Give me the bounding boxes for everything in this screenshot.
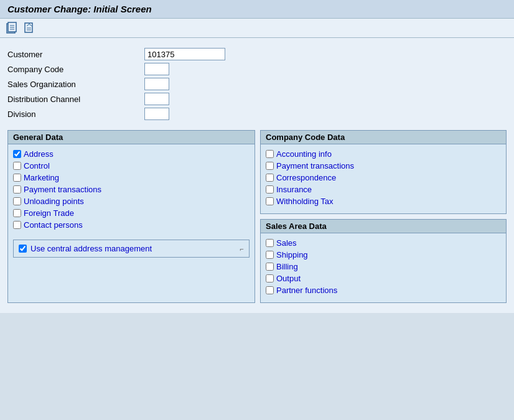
general-data-body: Address Control Marketing Payment transa…: [8, 144, 255, 263]
checkbox-unloading-points-label[interactable]: Unloading points: [24, 197, 84, 206]
company-code-data-section: Company Code Data Accounting info Paymen…: [260, 130, 507, 214]
checkbox-output-label[interactable]: Output: [276, 274, 301, 283]
checkbox-address-input[interactable]: [13, 150, 21, 158]
dist-channel-label: Distribution Channel: [7, 95, 144, 104]
checkbox-payment-transactions-gen: Payment transactions: [13, 185, 250, 194]
sales-area-data-section: Sales Area Data Sales Shipping Billing: [260, 219, 507, 303]
checkbox-address-label[interactable]: Address: [24, 149, 54, 159]
sales-org-input[interactable]: [144, 78, 169, 90]
checkbox-payment-transactions-cc-label[interactable]: Payment transactions: [276, 161, 354, 170]
checkbox-shipping-input[interactable]: [266, 251, 274, 259]
checkbox-foreign-trade-label[interactable]: Foreign Trade: [24, 208, 74, 218]
company-code-label: Company Code: [7, 65, 144, 74]
customer-label: Customer: [7, 50, 144, 59]
checkbox-output-input[interactable]: [266, 274, 274, 282]
use-central-label[interactable]: Use central address management: [30, 244, 152, 253]
use-central-checkbox[interactable]: [19, 245, 27, 253]
checkbox-correspondence-input[interactable]: [266, 174, 274, 182]
checkbox-billing-label[interactable]: Billing: [276, 262, 298, 271]
checkbox-marketing-label[interactable]: Marketing: [24, 173, 59, 182]
dist-channel-row: Distribution Channel: [7, 93, 507, 105]
checkbox-insurance-label[interactable]: Insurance: [276, 185, 312, 194]
checkbox-control-input[interactable]: [13, 162, 21, 170]
checkbox-correspondence: Correspondence: [266, 173, 501, 182]
division-row: Division: [7, 108, 507, 120]
checkbox-marketing: Marketing: [13, 173, 250, 182]
checkbox-withholding-tax-input[interactable]: [266, 197, 274, 205]
checkbox-control-label[interactable]: Control: [24, 161, 50, 170]
customer-row: Customer: [7, 48, 507, 60]
checkbox-contact-persons-input[interactable]: [13, 221, 21, 229]
checkbox-contact-persons-label[interactable]: Contact persons: [24, 220, 83, 230]
sales-org-label: Sales Organization: [7, 80, 144, 89]
checkbox-partner-functions-label[interactable]: Partner functions: [276, 286, 337, 295]
checkbox-withholding-tax: Withholding Tax: [266, 197, 501, 206]
right-sections: Company Code Data Accounting info Paymen…: [260, 130, 507, 303]
sales-area-data-body: Sales Shipping Billing Output: [261, 233, 506, 302]
checkbox-insurance-input[interactable]: [266, 185, 274, 194]
checkbox-payment-transactions-gen-input[interactable]: [13, 185, 21, 194]
checkbox-contact-persons: Contact persons: [13, 220, 250, 230]
division-label: Division: [7, 110, 144, 119]
checkbox-output: Output: [266, 274, 501, 283]
checkbox-foreign-trade: Foreign Trade: [13, 208, 250, 218]
dist-channel-input[interactable]: [144, 93, 169, 105]
checkbox-shipping-label[interactable]: Shipping: [276, 250, 308, 259]
checkbox-accounting-info-input[interactable]: [266, 150, 274, 158]
company-code-row: Company Code: [7, 63, 507, 75]
toolbar-icon-1[interactable]: [5, 21, 19, 35]
checkbox-insurance: Insurance: [266, 185, 501, 194]
company-code-data-body: Accounting info Payment transactions Cor…: [261, 144, 506, 213]
general-data-section: General Data Address Control Marketing P…: [7, 130, 255, 303]
sections-container: General Data Address Control Marketing P…: [7, 130, 507, 303]
checkbox-partner-functions-input[interactable]: [266, 286, 274, 294]
use-central-row: Use central address management ⌐: [13, 240, 250, 258]
main-content: Customer Company Code Sales Organization…: [0, 38, 514, 313]
checkbox-marketing-input[interactable]: [13, 174, 21, 182]
company-code-data-header: Company Code Data: [261, 131, 506, 144]
checkbox-foreign-trade-input[interactable]: [13, 209, 21, 217]
checkbox-unloading-points-input[interactable]: [13, 197, 21, 205]
toolbar-icon-2[interactable]: [22, 21, 36, 35]
checkbox-withholding-tax-label[interactable]: Withholding Tax: [276, 197, 334, 206]
toolbar: [0, 19, 514, 38]
checkbox-correspondence-label[interactable]: Correspondence: [276, 173, 336, 182]
checkbox-sales-label[interactable]: Sales: [276, 238, 297, 248]
checkbox-payment-transactions-cc-input[interactable]: [266, 162, 274, 170]
general-data-header: General Data: [8, 131, 255, 144]
checkbox-control: Control: [13, 161, 250, 170]
checkbox-shipping: Shipping: [266, 250, 501, 259]
checkbox-payment-transactions-cc: Payment transactions: [266, 161, 501, 170]
checkbox-accounting-info: Accounting info: [266, 149, 501, 159]
sales-org-row: Sales Organization: [7, 78, 507, 90]
form-fields: Customer Company Code Sales Organization…: [7, 48, 507, 120]
checkbox-billing: Billing: [266, 262, 501, 271]
sales-area-data-header: Sales Area Data: [261, 220, 506, 233]
checkbox-address: Address: [13, 149, 250, 159]
company-code-input[interactable]: [144, 63, 169, 75]
checkbox-sales: Sales: [266, 238, 501, 248]
checkbox-accounting-info-label[interactable]: Accounting info: [276, 149, 332, 159]
page-title: Customer Change: Initial Screen: [7, 4, 507, 14]
checkbox-sales-input[interactable]: [266, 239, 274, 247]
checkbox-unloading-points: Unloading points: [13, 197, 250, 206]
checkbox-payment-transactions-gen-label[interactable]: Payment transactions: [24, 185, 101, 194]
customer-input[interactable]: [144, 48, 225, 60]
checkbox-billing-input[interactable]: [266, 263, 274, 271]
division-input[interactable]: [144, 108, 169, 120]
title-bar: Customer Change: Initial Screen: [0, 0, 514, 19]
checkbox-partner-functions: Partner functions: [266, 286, 501, 295]
